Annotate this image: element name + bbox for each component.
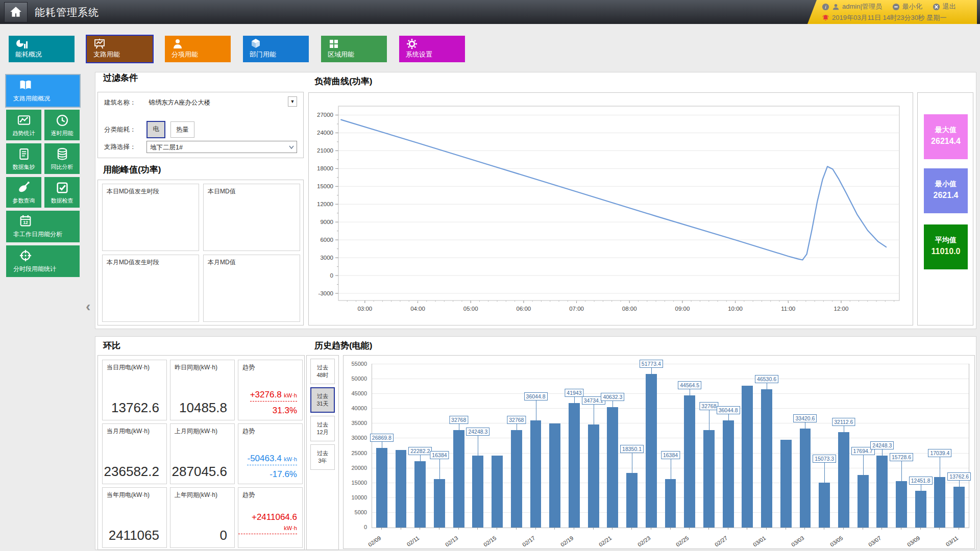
bar-value-label: 15728.6 <box>890 453 913 461</box>
svg-text:06:00: 06:00 <box>516 306 531 312</box>
bar-y-tick-label: 30000 <box>344 435 367 441</box>
svg-text:08:00: 08:00 <box>622 306 637 312</box>
sidebar-item-hourly-energy[interactable]: 逐时用能 <box>44 110 80 140</box>
bar-value-label: 24248.3 <box>870 441 894 449</box>
nav-tab-branch-energy[interactable]: 支路用能 <box>87 36 153 62</box>
svg-text:05:00: 05:00 <box>463 306 478 312</box>
bar-x-tick-label: 03/05 <box>822 535 844 551</box>
stat-value: 11010.0 <box>924 247 968 256</box>
bar-x-tick-label: 02/09 <box>360 535 382 551</box>
svg-text:12: 12 <box>23 220 28 225</box>
bar-value-label: 36044.8 <box>717 406 740 414</box>
datetime-label: 2019年03月11日 14时23分30秒 星期一 <box>832 13 946 22</box>
info-icon: i <box>822 3 829 11</box>
sidebar-item-label: 参数查询 <box>6 197 41 205</box>
bar-y-tick-label: 45000 <box>344 390 367 396</box>
presentation-chart-icon <box>93 38 106 50</box>
nav-tab-system-settings[interactable]: 系统设置 <box>399 36 465 62</box>
card-label: 趋势 <box>242 491 255 499</box>
history-range-tab-2[interactable]: 过去12月 <box>310 416 335 441</box>
person-icon <box>172 38 184 50</box>
card-value: 0 <box>220 528 227 543</box>
energy-type-button-selected[interactable]: 电 <box>146 121 165 138</box>
bar-03/07 <box>876 456 888 528</box>
sidebar-item-yoy-analysis[interactable]: 同比分析 <box>44 143 80 174</box>
nav-tab-area-energy[interactable]: 区域用能 <box>321 36 387 62</box>
history-range-tab-0[interactable]: 过去48时 <box>310 359 335 384</box>
energy-value-card: 上年同期(kW·h)0 <box>170 487 235 548</box>
history-range-tab-1[interactable]: 过去31天 <box>310 387 335 413</box>
peak-cell: 本日MD值 <box>203 184 300 251</box>
bar-x-tick-label: 02/27 <box>706 535 728 551</box>
bar-value-label: 16384 <box>430 451 449 459</box>
trend-card: 趋势+3276.8 kW·h31.3% <box>238 360 303 420</box>
branch-select[interactable]: 地下二层1# <box>146 141 297 153</box>
sidebar-item-label: 数据集抄 <box>6 163 41 171</box>
energy-value-card: 当年用电(kW·h)2411065 <box>102 487 167 548</box>
branch-select-value: 地下二层1# <box>150 143 183 152</box>
bar-x-tick-label: 02/17 <box>514 535 536 551</box>
sidebar-item-time-period-stats[interactable]: 分时段用能统计 <box>6 245 80 277</box>
bar-x-tick-label: 02/21 <box>591 535 613 551</box>
peak-cell: 本月MD值 <box>203 255 300 322</box>
trend-card: 趋势+2411064.6 kW·h <box>238 487 303 548</box>
peak-cell-label: 本月MD值发生时段 <box>107 258 159 267</box>
sidebar-item-branch-overview[interactable]: 支路用能概况 <box>6 75 80 107</box>
sidebar-item-trend-stats[interactable]: 趋势统计 <box>6 110 41 140</box>
card-label: 当月用电(kW·h) <box>107 427 150 436</box>
energy-type-button-option[interactable]: 热量 <box>170 121 194 138</box>
sidebar-item-data-check[interactable]: 数据检查 <box>44 177 80 208</box>
sidebar-item-non-workday-analysis[interactable]: 12非工作日用能分析 <box>6 211 80 242</box>
sidebar-item-parameter-query[interactable]: 参数查询 <box>6 177 41 208</box>
document-icon <box>17 147 31 161</box>
svg-text:-3000: -3000 <box>318 290 333 296</box>
nav-tab-energy-overview[interactable]: 能耗概况 <box>9 36 75 62</box>
card-value: 10485.8 <box>179 400 227 416</box>
card-value: 13762.6 <box>111 400 159 416</box>
bar-y-tick-label: 15000 <box>344 480 367 486</box>
peak-cell: 本日MD值发生时段 <box>102 184 199 251</box>
bar-x-tick-label: 03/11 <box>938 535 960 551</box>
energy-value-card: 上月同期(kW·h)287045.6 <box>170 423 235 484</box>
bar-y-tick-label: 35000 <box>344 420 367 426</box>
bar-02/21 <box>607 407 618 528</box>
crosshair-icon <box>18 248 33 263</box>
close-icon[interactable] <box>933 3 940 11</box>
card-label: 趋势 <box>242 427 255 436</box>
svg-text:9000: 9000 <box>320 219 333 225</box>
bar-02/20 <box>588 424 599 528</box>
building-dropdown-arrow[interactable]: ▼ <box>288 96 297 107</box>
pie-bars-icon <box>15 38 28 50</box>
nav-tab-department-energy[interactable]: 部门用能 <box>243 36 309 62</box>
stat-value: 26214.4 <box>924 137 968 146</box>
bar-x-tick-label: 02/11 <box>399 535 421 551</box>
minimize-button[interactable]: 最小化 <box>902 2 922 11</box>
history-bar-plot: 26869.822282.2163843276824248.3327683604… <box>372 364 969 528</box>
bar-02/09 <box>376 448 387 528</box>
svg-text:09:00: 09:00 <box>675 306 690 312</box>
energy-type-row: 分类能耗： 电热量 <box>104 121 200 138</box>
home-button[interactable] <box>4 2 28 22</box>
logout-button[interactable]: 退出 <box>943 2 956 11</box>
svg-text:15000: 15000 <box>317 183 333 189</box>
app-header: 能耗管理系统 i admin|管理员 最小化 退出 2019年03月11日 14… <box>0 0 980 24</box>
svg-text:18000: 18000 <box>317 165 333 171</box>
card-label: 当日用电(kW·h) <box>107 363 150 372</box>
bar-value-label: 32112.6 <box>832 418 855 426</box>
nav-tab-subitem-energy[interactable]: 分项用能 <box>165 36 231 62</box>
trend-delta: +2411064.6 <box>252 512 297 522</box>
peak-cell-label: 本月MD值 <box>208 258 236 267</box>
collapse-sidebar-arrow[interactable]: ‹ <box>86 298 90 315</box>
bar-03/08 <box>896 481 907 528</box>
sidebar-item-data-collection[interactable]: 数据集抄 <box>6 143 41 174</box>
bar-value-label: 12451.8 <box>909 477 933 485</box>
history-range-tab-3[interactable]: 过去3年 <box>310 444 335 470</box>
bell-icon <box>822 14 829 22</box>
bar-02/18 <box>549 423 560 528</box>
svg-text:6000: 6000 <box>320 237 333 243</box>
nav-tab-label: 能耗概况 <box>15 50 42 59</box>
bar-value-label: 16384 <box>661 451 680 459</box>
bar-02/23 <box>646 374 657 528</box>
history-bar-panel: 26869.822282.2163843276824248.3327683604… <box>343 355 975 549</box>
minimize-icon[interactable] <box>892 3 900 11</box>
